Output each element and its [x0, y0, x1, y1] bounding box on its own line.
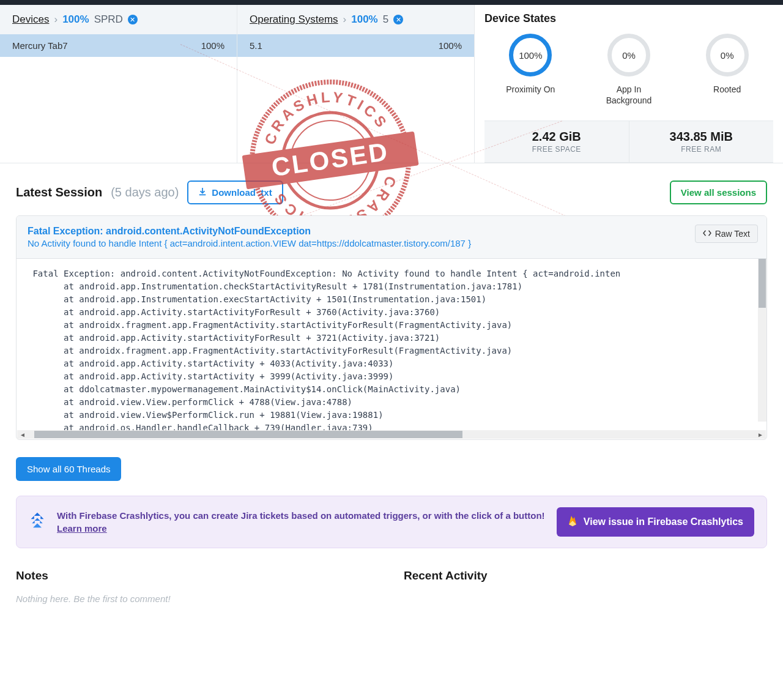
scroll-left-icon[interactable]: ◄ — [17, 430, 28, 439]
raw-text-label: Raw Text — [715, 229, 750, 239]
breadcrumb-os[interactable]: Operating Systems — [250, 13, 338, 26]
gauge-label: Rooted — [713, 84, 741, 95]
close-icon[interactable]: ✕ — [128, 15, 138, 24]
stack-trace[interactable]: Fatal Exception: android.content.Activit… — [17, 259, 766, 430]
memory-cell: 2.42 GiBFREE SPACE — [484, 121, 629, 162]
close-icon[interactable]: ✕ — [393, 15, 403, 24]
device-states-title: Device States — [484, 5, 773, 30]
vertical-scrollbar[interactable] — [758, 259, 766, 422]
gauge-label: App In Background — [595, 84, 663, 106]
firebase-icon — [568, 515, 577, 529]
memory-value: 343.85 MiB — [634, 130, 769, 144]
device-name: Mercury Tab7 — [12, 40, 68, 51]
show-all-threads-button[interactable]: Show all 60 Threads — [16, 457, 121, 481]
view-firebase-label: View issue in Firebase Crashlytics — [584, 516, 743, 527]
latest-session-time: (5 days ago) — [111, 185, 179, 199]
gauge-ring: 0% — [607, 34, 650, 76]
gauge: 0%Rooted — [693, 34, 762, 106]
exception-title: Fatal Exception: android.content.Activit… — [28, 226, 755, 237]
memory-cell: 343.85 MiBFREE RAM — [629, 121, 774, 162]
download-txt-label: Download .txt — [212, 187, 272, 198]
learn-more-link[interactable]: Learn more — [57, 523, 107, 534]
horizontal-scrollbar[interactable]: ◄ ► — [17, 430, 766, 439]
code-icon — [703, 229, 711, 239]
breadcrumb-separator: › — [54, 13, 58, 26]
download-icon — [198, 187, 207, 198]
os-filter-term: 5 — [383, 13, 388, 26]
download-txt-button[interactable]: Download .txt — [187, 181, 283, 204]
firebase-banner: With Firebase Crashlytics, you can creat… — [16, 496, 767, 548]
notes-title: Notes — [16, 569, 379, 583]
view-all-sessions-button[interactable]: View all sessions — [670, 181, 767, 204]
devices-percentage: 100% — [62, 13, 89, 26]
jira-icon — [29, 512, 46, 533]
memory-value: 2.42 GiB — [489, 130, 624, 144]
breadcrumb-separator: › — [343, 13, 347, 26]
os-row[interactable]: 5.1 100% — [237, 34, 474, 57]
gauge-ring: 100% — [509, 34, 552, 76]
gauge-label: Proximity On — [506, 84, 555, 95]
breadcrumb-devices[interactable]: Devices — [12, 13, 49, 26]
os-percentage: 100% — [351, 13, 377, 26]
memory-label: FREE RAM — [634, 145, 769, 154]
memory-label: FREE SPACE — [489, 145, 624, 154]
recent-activity-title: Recent Activity — [404, 569, 767, 583]
svg-text:CRASHLYTICS: CRASHLYTICS — [255, 80, 393, 149]
devices-filter-term: SPRD — [94, 13, 123, 26]
notes-placeholder: Nothing here. Be the first to comment! — [16, 594, 379, 604]
raw-text-button[interactable]: Raw Text — [695, 225, 758, 243]
gauge-ring: 0% — [706, 34, 749, 76]
view-firebase-button[interactable]: View issue in Firebase Crashlytics — [557, 507, 754, 537]
latest-session-title: Latest Session — [16, 185, 102, 199]
gauge: 0%App In Background — [595, 34, 663, 106]
device-percent: 100% — [201, 40, 225, 51]
os-name: 5.1 — [250, 40, 262, 51]
scroll-right-icon[interactable]: ► — [755, 430, 766, 439]
os-percent: 100% — [439, 40, 462, 51]
exception-message: No Activity found to handle Intent { act… — [28, 238, 755, 248]
banner-text: With Firebase Crashlytics, you can creat… — [57, 510, 545, 521]
gauge: 100%Proximity On — [496, 34, 565, 106]
